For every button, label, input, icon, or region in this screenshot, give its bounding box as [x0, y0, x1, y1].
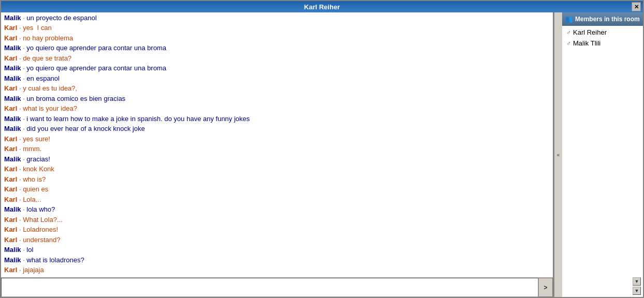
message-separator: · — [21, 95, 27, 102]
message-separator: · — [21, 155, 27, 163]
message-sender: Karl — [4, 24, 17, 32]
right-side-wrapper: « 👥 Members in this room ♂Karl Reiher♂Ma… — [554, 12, 643, 297]
message-line: Karl · de que se trata? — [4, 53, 550, 64]
message-sender: Malik — [4, 14, 21, 22]
message-separator: · — [17, 145, 23, 153]
member-name: Karl Reiher — [573, 28, 607, 36]
message-separator: · — [21, 256, 27, 264]
members-panel: 👥 Members in this room ♂Karl Reiher♂Mali… — [562, 12, 643, 297]
message-separator: · — [17, 135, 23, 143]
message-text: en espanol — [26, 74, 60, 82]
message-line: Karl · what is your idea? — [4, 103, 550, 114]
app-window: Karl Reiher ✕ Karl · holaMalik · helloKa… — [0, 0, 644, 298]
message-sender: Karl — [4, 185, 17, 193]
message-text: Loladrones! — [23, 226, 58, 233]
message-separator: · — [17, 266, 23, 274]
message-line: Karl · knok Konk — [4, 164, 550, 174]
message-line: Karl · yes I can — [4, 23, 550, 33]
member-name: Malik Tlili — [573, 39, 600, 47]
message-sender: Karl — [4, 54, 17, 62]
message-separator: · — [17, 165, 23, 173]
message-text: yo quiero que aprender para contar una b… — [26, 44, 166, 52]
message-sender: Malik — [4, 256, 21, 264]
message-line: Karl · What Lola?... — [4, 215, 550, 225]
message-separator: · — [21, 74, 27, 82]
message-separator: · — [17, 84, 23, 92]
message-line: Malik · yo quiero que aprender para cont… — [4, 63, 550, 73]
member-item: ♂Malik Tlili — [562, 38, 643, 49]
sidebar-bottom: ▼ ▼ — [562, 275, 643, 297]
message-separator: · — [17, 34, 23, 42]
message-line: Malik · lol — [4, 245, 550, 255]
main-area: Karl · holaMalik · helloKarl · como esta… — [1, 12, 643, 297]
message-text: who is? — [23, 175, 46, 183]
message-line: Malik · what is loladrones? — [4, 255, 550, 265]
message-sender: Karl — [4, 105, 17, 112]
message-line: Karl · who is? — [4, 174, 550, 185]
message-text: un proyecto de espanol — [26, 14, 96, 22]
message-text: Lola... — [23, 196, 41, 203]
send-button[interactable]: > — [538, 278, 553, 297]
message-separator: · — [17, 24, 23, 32]
message-separator: · — [17, 105, 23, 112]
message-text: knok Konk — [23, 165, 54, 173]
message-sender: Karl — [4, 34, 17, 42]
messages-area[interactable]: Karl · holaMalik · helloKarl · como esta… — [1, 12, 553, 277]
message-separator: · — [17, 226, 23, 233]
message-line: Karl · Lola... — [4, 195, 550, 205]
sidebar-header: 👥 Members in this room — [562, 12, 643, 26]
message-text: y cual es tu idea?, — [23, 84, 77, 92]
message-line: Karl · no hay problema — [4, 33, 550, 43]
message-separator: · — [21, 115, 27, 123]
member-gender-icon: ♂ — [566, 40, 571, 47]
message-text: yo quiero que aprender para contar una b… — [26, 64, 166, 72]
message-line: Malik · un broma comico es bien gracias — [4, 94, 550, 104]
message-separator: · — [17, 236, 23, 244]
message-text: yes sure! — [23, 135, 50, 143]
message-separator: · — [21, 64, 27, 72]
message-sender: Malik — [4, 95, 21, 102]
message-text: un broma comico es bien gracias — [26, 95, 125, 102]
message-line: Karl · y cual es tu idea?, — [4, 83, 550, 94]
message-sender: Karl — [4, 236, 17, 244]
message-separator: · — [21, 205, 27, 213]
message-sender: Karl — [4, 216, 17, 224]
message-separator: · — [21, 246, 27, 254]
message-line: Malik · i want to learn how to make a jo… — [4, 114, 550, 124]
message-sender: Karl — [4, 175, 17, 183]
message-separator: · — [17, 185, 23, 193]
window-title: Karl Reiher — [304, 3, 340, 11]
message-text: i want to learn how to make a joke in sp… — [26, 115, 250, 123]
title-bar: Karl Reiher ✕ — [1, 1, 643, 12]
message-text: lola who? — [26, 205, 55, 213]
scroll-down-arrow-1[interactable]: ▼ — [633, 277, 641, 286]
message-text: no hay problema — [23, 34, 73, 42]
member-gender-icon: ♂ — [566, 29, 571, 36]
message-separator: · — [17, 196, 23, 203]
message-separator: · — [17, 216, 23, 224]
message-input[interactable] — [1, 278, 538, 297]
message-line: Malik · yo quiero que aprender para cont… — [4, 43, 550, 53]
members-list: ♂Karl Reiher♂Malik Tlili — [562, 26, 643, 275]
message-separator: · — [21, 125, 27, 132]
message-text: what is loladrones? — [26, 256, 84, 264]
message-text: de que se trata? — [23, 54, 71, 62]
message-text: gracias! — [26, 155, 50, 163]
message-text: understand? — [23, 236, 60, 244]
message-text: What Lola?... — [23, 216, 63, 224]
message-line: Karl · jajajaja — [4, 265, 550, 275]
collapse-button[interactable]: « — [554, 12, 562, 297]
scroll-down-arrow-2[interactable]: ▼ — [633, 287, 641, 295]
message-line: Karl · yes sure! — [4, 134, 550, 144]
message-sender: Karl — [4, 226, 17, 233]
message-sender: Malik — [4, 64, 21, 72]
message-sender: Malik — [4, 115, 21, 123]
message-sender: Karl — [4, 266, 17, 274]
close-button[interactable]: ✕ — [632, 2, 641, 11]
message-text: mmm. — [23, 145, 41, 153]
message-separator: · — [21, 14, 27, 22]
message-text: lol — [26, 246, 33, 254]
message-line: Malik · gracias! — [4, 154, 550, 165]
message-separator: · — [17, 175, 23, 183]
member-item: ♂Karl Reiher — [562, 27, 643, 38]
